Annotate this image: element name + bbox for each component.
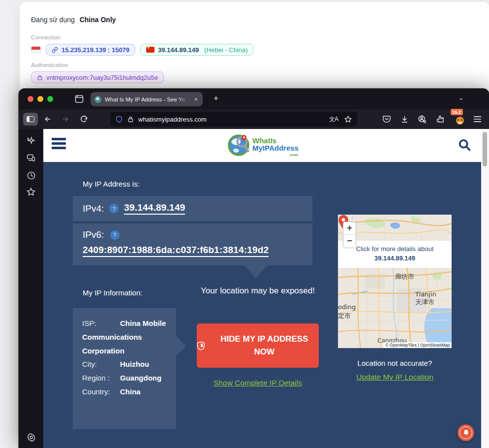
hide-button-label: HIDE MY IP ADDRESS NOW [210, 333, 319, 359]
ipv6-row: IPv6: ? 2409:8907:1988:6da:c037:f6b1:381… [73, 224, 312, 265]
info-row-region: Region :Guangdong [82, 371, 170, 385]
tracking-protection-shield-icon[interactable] [115, 115, 123, 124]
page-viewport: WhatIs MyIPAddress .com My IP Address is… [43, 129, 481, 448]
shield-icon [197, 341, 205, 351]
macos-close-button[interactable] [28, 96, 33, 102]
extension-badge: 15.2 [451, 109, 463, 115]
exit-ip: 39.144.89.149 [158, 46, 199, 54]
scrollbar-thumb[interactable] [483, 132, 487, 166]
sidebar-toggle-icon [27, 116, 34, 122]
exit-location: (Hebei - China) [204, 46, 247, 54]
ipv6-value-link[interactable]: 2409:8907:1988:6da:c037:f6b1:3814:19d2 [83, 245, 269, 257]
url-text[interactable]: whatismyipaddress.com [138, 116, 325, 123]
downloads-icon[interactable] [398, 113, 410, 125]
extension-face-icon [456, 117, 464, 125]
map-label-baoding-en: oding [338, 303, 356, 311]
tab-bar: What Is My IP Address - See Yo × + ⌄ [19, 89, 489, 109]
forward-button[interactable] [60, 113, 71, 125]
firefox-view-icon[interactable] [74, 94, 84, 104]
ipv6-help-icon[interactable]: ? [110, 230, 120, 240]
ipv6-pointer-tail [244, 265, 267, 278]
history-icon[interactable] [25, 169, 37, 181]
credentials-pill[interactable]: vntmproxycom:7uay3u75i1hulmdq2u5e [31, 71, 164, 83]
show-complete-details-link[interactable]: Show Complete IP Details [214, 379, 302, 387]
tab-favicon-globe-icon [94, 96, 101, 103]
server-country-flag-icon [31, 46, 41, 53]
firefox-sidebar [19, 129, 43, 448]
ipv4-value-link[interactable]: 39.144.89.149 [124, 202, 185, 215]
update-ip-location-link[interactable]: Update My IP Location [356, 373, 433, 381]
map-label-tianjin-zh: 天津市 [415, 298, 434, 306]
page-scrollbar[interactable] [481, 129, 489, 448]
proxy-app-card: Đang sử dụng China Only Connection 15.23… [20, 2, 489, 100]
map-zoom-in-button[interactable]: + [343, 222, 356, 235]
app-menu-hamburger-icon[interactable] [471, 113, 483, 125]
pocket-icon[interactable] [381, 113, 393, 125]
location-question: Location not accurate? [331, 359, 459, 367]
link-icon [52, 47, 58, 53]
ipv4-row: IPv4: ? 39.144.89.149 [73, 196, 312, 221]
ip-information-box: ISP:China Mobile Communications Corporat… [73, 308, 176, 429]
map-label-baoding-zh: 定市 [338, 312, 351, 320]
extensions-puzzle-icon[interactable] [434, 113, 446, 125]
proxy-extension-icon[interactable]: 15.2 [453, 112, 467, 127]
site-main: My IP Address is: IPv4: ? 39.144.89.149 … [43, 162, 481, 448]
back-button[interactable] [42, 113, 54, 125]
server-endpoint: 15.235.219.139 : 15079 [61, 46, 129, 54]
new-tab-button[interactable]: + [211, 93, 221, 104]
map-label-langfang: 廊坊市 [395, 273, 414, 280]
china-flag-icon [146, 47, 154, 53]
map-zoom-control: + − [343, 222, 356, 248]
bookmarks-star-icon[interactable] [25, 186, 37, 198]
logo-text-2: MyIPAddress [252, 144, 299, 152]
location-map[interactable]: 廊坊市 Tianjin 天津市 oding 定市 Cangzhou Click … [338, 215, 452, 348]
info-heading: My IP Information: [83, 288, 142, 297]
translate-icon[interactable]: 文A [329, 115, 338, 124]
using-label: Đang sử dụng [31, 16, 75, 24]
navigation-toolbar: whatismyipaddress.com 文A 15.2 [19, 109, 489, 129]
reload-button[interactable] [78, 113, 90, 125]
logo-text-3: .com [289, 153, 298, 157]
bell-ring [459, 426, 472, 439]
info-box-pointer-tail [176, 336, 186, 356]
map-label-tianjin-en: Tianjin [415, 290, 436, 298]
authentication-label: Authentication [31, 62, 68, 68]
notification-bell-button[interactable] [458, 424, 474, 441]
macos-zoom-button[interactable] [47, 96, 53, 102]
connection-row: 15.235.219.139 : 15079 39.144.89.149 (He… [31, 44, 253, 56]
ipv4-help-icon[interactable]: ? [109, 204, 119, 213]
tab-title: What Is My IP Address - See Yo [105, 96, 189, 102]
site-menu-hamburger-icon[interactable] [52, 138, 66, 151]
macos-minimize-button[interactable] [37, 96, 43, 102]
ip-heading: My IP Address is: [83, 180, 140, 188]
location-exposed-text: Your location may be exposed! [197, 285, 319, 297]
settings-gear-icon[interactable] [25, 431, 37, 443]
map-click-ip: 39.144.89.149 [338, 255, 452, 262]
proxy-using-line: Đang sử dụng China Only [31, 16, 116, 24]
bookmark-star-icon[interactable] [344, 115, 352, 124]
site-search-icon[interactable] [458, 138, 471, 152]
ipv6-label: IPv6: [83, 229, 104, 240]
list-tabs-chevron-icon[interactable]: ⌄ [456, 94, 466, 104]
map-attribution[interactable]: © OpenMapTiles | OpenStreetMap [383, 342, 452, 348]
lock-icon [37, 74, 43, 81]
map-zoom-out-button[interactable]: − [343, 235, 356, 248]
url-bar[interactable]: whatismyipaddress.com 文A [110, 112, 357, 127]
ipv4-label: IPv4: [83, 203, 104, 214]
ai-chatbot-icon[interactable] [25, 135, 37, 147]
connection-label: Connection [31, 34, 61, 40]
exit-ip-pill[interactable]: 39.144.89.149 (Hebei - China) [140, 44, 253, 56]
tab-whatismyipaddress[interactable]: What Is My IP Address - See Yo × [91, 92, 203, 106]
site-header: WhatIs MyIPAddress .com [43, 129, 481, 162]
synced-tabs-icon[interactable] [25, 152, 37, 164]
profile-name: China Only [80, 16, 116, 24]
bell-icon [463, 429, 469, 436]
account-icon[interactable] [416, 113, 428, 125]
https-lock-icon[interactable] [127, 116, 134, 123]
tab-close-icon[interactable]: × [193, 95, 199, 103]
whatismyipaddress-logo[interactable]: WhatIs MyIPAddress .com [225, 131, 299, 160]
server-endpoint-pill[interactable]: 15.235.219.139 : 15079 [46, 44, 135, 56]
sidebar-toggle-button[interactable] [23, 113, 38, 126]
credentials: vntmproxycom:7uay3u75i1hulmdq2u5e [46, 74, 158, 81]
hide-my-ip-button[interactable]: HIDE MY IP ADDRESS NOW [197, 323, 319, 368]
